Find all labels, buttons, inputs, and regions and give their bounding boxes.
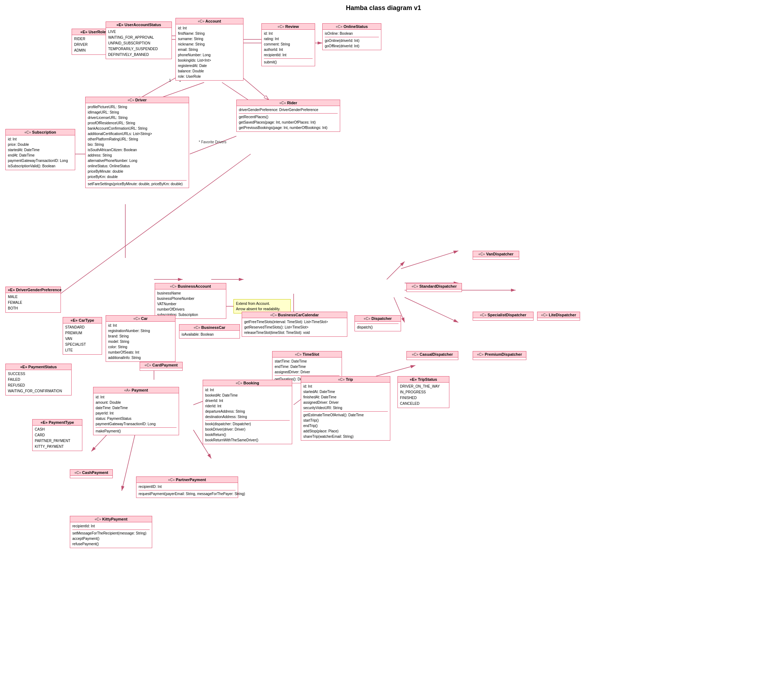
- class-casualdispatcher: «C» CasualDispatcher: [406, 351, 458, 360]
- class-partnerpayment: «C» PartnerPayment recipientID: Int requ…: [136, 477, 238, 498]
- class-driver: «C» Driver profilePictureURL: String idI…: [85, 97, 189, 188]
- svg-line-23: [122, 430, 136, 491]
- class-vandispatcher: «C» VanDispatcher: [473, 251, 519, 260]
- class-businesscar: «C» BusinessCar isAvailable: Boolean: [179, 324, 240, 338]
- class-kittypayment: «C» KittyPayment recipientId: Int setMes…: [70, 516, 152, 548]
- class-account: «C» Account id: Int firstName: String su…: [175, 18, 243, 81]
- svg-line-26: [190, 136, 236, 154]
- class-litedispatcher: «C» LiteDispatcher: [537, 312, 580, 321]
- class-paymentstatus: «E» PaymentStatus SUCCESS FAILED REFUSED…: [5, 364, 72, 395]
- class-onlinestatus: «C» OnlineStatus isOnline: Boolean goOnl…: [322, 23, 381, 50]
- class-rider: «C» Rider driverGenderPreference: Driver…: [236, 100, 340, 132]
- class-dispatcher: «C» Dispatcher dispatch(): [355, 315, 401, 332]
- class-paymenttype: «E» PaymentType CASH CARD PARTNER_PAYMEN…: [32, 419, 82, 451]
- class-payment: «A» Payment id: Int amount: Double dateT…: [93, 387, 179, 435]
- class-premiumdispatcher: «C» PremiumDispatcher: [473, 351, 527, 360]
- class-businessaccount: «C» BusinessAccount businessName busines…: [155, 283, 226, 319]
- class-businesscarcalendar: «C» BusinessCarCalendar getFreeTimeSlots…: [242, 312, 347, 337]
- svg-line-18: [405, 297, 458, 322]
- svg-line-25: [376, 365, 415, 376]
- class-booking: «C» Booking id: Int bookedAt: DateTime d…: [203, 380, 292, 444]
- class-drivergenderpreference: «E» DriverGenderPreference MALE FEMALE B…: [5, 287, 61, 313]
- diagram-title: Hamba class diagram v1: [346, 4, 421, 12]
- class-trip: «C» Trip id: Int startedAt: DateTime fin…: [301, 376, 390, 441]
- note-extend-account: Extend from Account. Arrow absent for re…: [234, 299, 291, 314]
- class-useraccountstatus: «E» UserAccountStatus LIVE WAITING_FOR_A…: [106, 21, 172, 59]
- class-cartype: «E» CarType STANDARD PREMIUM VAN SPECIAL…: [63, 317, 102, 355]
- class-subscription: «C» Subscription id: Int price: Double s…: [5, 129, 75, 170]
- class-cashpayment: «C» CashPayment: [70, 469, 113, 478]
- svg-line-13: [387, 262, 405, 279]
- class-review: «C» Review id: Int rating: Int comment: …: [261, 23, 315, 66]
- svg-text:1: 1: [169, 78, 171, 82]
- class-car: «C» Car id: Int registrationNumber: Stri…: [106, 315, 175, 362]
- svg-line-14: [401, 251, 458, 269]
- class-cardpayment: «C» CardPayment: [140, 362, 183, 371]
- class-tripstatus: «E» TripStatus DRIVER_ON_THE_WAY IN_PROG…: [398, 376, 449, 408]
- diagram-container: Hamba class diagram v1: [0, 0, 767, 700]
- label-favorite-drivers: * Favorite Drivers: [199, 140, 226, 144]
- class-standarddispatcher: «C» StandardDispatcher: [406, 283, 462, 292]
- class-specialistdispatcher: «C» SpecialistDispatcher: [473, 312, 533, 321]
